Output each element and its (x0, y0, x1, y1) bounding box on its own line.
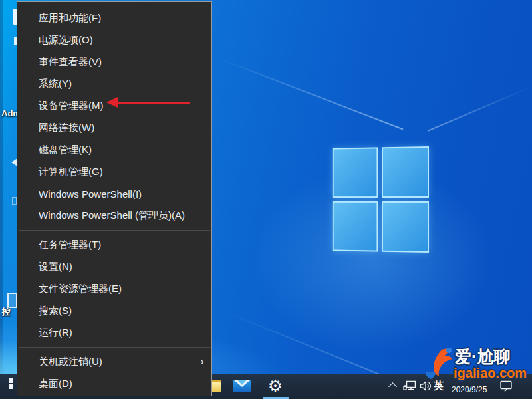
settings-taskbar-button[interactable]: ⚙ (266, 376, 285, 396)
menu-item-desktop[interactable]: 桌面(D) (17, 373, 211, 395)
menu-item-label: 搜索(S) (39, 305, 72, 317)
menu-item-apps-features[interactable]: 应用和功能(F) (17, 7, 211, 29)
menu-item-label: 事件查看器(V) (39, 56, 102, 68)
hidden-icons-chevron-icon[interactable] (390, 382, 396, 389)
watermark-site-text: igaliao.com (454, 366, 527, 381)
network-ethernet-icon[interactable] (403, 380, 416, 392)
menu-item-label: 计算机管理(G) (39, 166, 103, 178)
windows-logo-pane (332, 201, 378, 252)
windows-logo-icon (9, 384, 13, 389)
menu-item-label: 桌面(D) (39, 378, 72, 390)
windows-logo-pane (332, 147, 378, 198)
menu-item-powershell[interactable]: Windows PowerShell(I) (17, 183, 211, 205)
menu-item-event-viewer[interactable]: 事件查看器(V) (17, 51, 211, 73)
menu-item-computer-management[interactable]: 计算机管理(G) (17, 161, 211, 183)
annotation-arrow (106, 97, 190, 108)
menu-item-label: 磁盘管理(K) (39, 144, 92, 156)
desktop-icon-label-control[interactable]: 控 (2, 306, 11, 318)
menu-item-label: 系统(Y) (39, 78, 72, 90)
menu-item-label: Windows PowerShell(I) (39, 188, 142, 200)
watermark-logo-icon (422, 346, 456, 383)
menu-item-power-options[interactable]: 电源选项(O) (17, 29, 211, 51)
watermark-brand-text: 爱·尬聊 (455, 346, 510, 368)
menu-item-shutdown-signout[interactable]: 关机或注销(U) › (17, 351, 211, 373)
arrow-shaft (116, 102, 190, 104)
windows-logo-wallpaper (332, 146, 429, 253)
windows-logo-pane (382, 201, 429, 253)
wallpaper-light-ray (428, 86, 532, 132)
menu-item-disk-management[interactable]: 磁盘管理(K) (17, 139, 211, 161)
menu-item-label: 文件资源管理器(E) (39, 283, 122, 295)
winx-context-menu: 应用和功能(F) 电源选项(O) 事件查看器(V) 系统(Y) 设备管理器(M)… (17, 1, 212, 396)
menu-item-label: 电源选项(O) (39, 34, 93, 47)
watermark: 爱·尬聊 igaliao.com (420, 344, 532, 387)
menu-item-label: 设备管理器(M) (39, 100, 104, 112)
menu-item-network-connections[interactable]: 网络连接(W) (17, 117, 211, 139)
menu-item-task-manager[interactable]: 任务管理器(T) (17, 234, 211, 256)
menu-item-label: 设置(N) (39, 261, 72, 273)
menu-item-settings[interactable]: 设置(N) (17, 256, 211, 278)
menu-item-label: 应用和功能(F) (39, 12, 101, 25)
menu-item-label: Windows PowerShell (管理员)(A) (39, 209, 185, 222)
start-button[interactable] (9, 378, 14, 389)
menu-item-label: 运行(R) (39, 327, 72, 339)
menu-item-label: 任务管理器(T) (39, 239, 101, 251)
submenu-chevron-icon: › (200, 355, 204, 368)
windows-logo-pane (382, 146, 429, 198)
menu-separator (19, 347, 210, 348)
menu-item-system[interactable]: 系统(Y) (17, 73, 211, 95)
mail-taskbar-button[interactable] (233, 380, 251, 392)
wallpaper-light-ray (217, 57, 404, 130)
menu-item-label: 关机或注销(U) (39, 356, 102, 368)
menu-item-label: 网络连接(W) (39, 122, 94, 134)
menu-item-file-explorer[interactable]: 文件资源管理器(E) (17, 278, 211, 300)
menu-separator (19, 230, 210, 231)
windows-logo-icon (9, 378, 13, 383)
menu-item-powershell-admin[interactable]: Windows PowerShell (管理员)(A) (17, 205, 211, 227)
menu-item-run[interactable]: 运行(R) (17, 322, 211, 344)
menu-item-search[interactable]: 搜索(S) (17, 300, 211, 322)
desktop: Adm 控 ⚙ (0, 0, 532, 399)
mail-icon (235, 380, 249, 385)
